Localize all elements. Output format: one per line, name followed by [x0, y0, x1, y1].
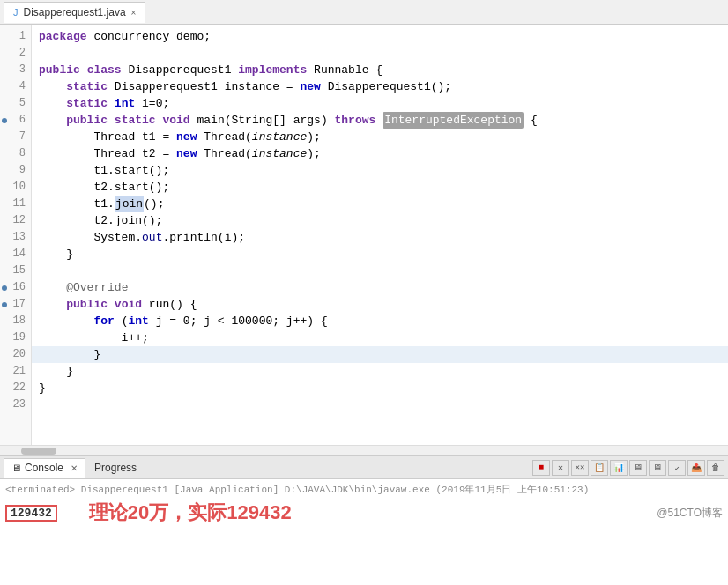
line-num-1: 1: [0, 28, 31, 45]
code-line-10: t2.start();: [32, 179, 728, 196]
code-line-7: Thread t1 = new Thread(instance);: [32, 129, 728, 145]
line-num-15: 15: [0, 263, 31, 279]
scroll-lock-button[interactable]: ↙: [668, 460, 686, 476]
line-num-4: 4: [0, 78, 31, 95]
code-line-20: }: [32, 346, 728, 363]
code-line-12: t2.join();: [32, 212, 728, 229]
output-row: 129432 理论20万，实际129432 @51CTO博客: [5, 500, 723, 526]
console-output-value: 129432: [5, 505, 57, 522]
code-line-17: public void run() {: [32, 296, 728, 313]
line-num-23: 23: [0, 396, 31, 413]
line-num-12: 12: [0, 212, 31, 229]
code-lines: package concurrency_demo; public class D…: [32, 25, 728, 445]
progress-tab-label: Progress: [94, 462, 137, 474]
copy-button[interactable]: 📋: [591, 460, 608, 476]
bottom-tabs: 🖥 Console ✕ Progress ■ ✕ ✕✕ 📋 📊 🖥 🖥 ↙ 📤 …: [0, 456, 728, 479]
editor-scrollbar[interactable]: [0, 445, 728, 455]
console-tab-label: Console: [25, 462, 63, 474]
java-file-icon: J: [13, 7, 19, 18]
line-num-6: 6: [0, 112, 31, 129]
code-line-5: static int i=0;: [32, 95, 728, 112]
line-num-19: 19: [0, 330, 31, 346]
line-num-10: 10: [0, 179, 31, 196]
console-tab-close[interactable]: ✕: [71, 463, 78, 473]
line-num-22: 22: [0, 380, 31, 396]
breakpoint-16: [2, 285, 7, 291]
properties-button[interactable]: 📊: [610, 460, 628, 476]
code-line-3: public class Disapperequest1 implements …: [32, 62, 728, 78]
view-button-2[interactable]: 🖥: [649, 460, 666, 476]
line-num-11: 11: [0, 196, 31, 212]
line-num-14: 14: [0, 246, 31, 263]
line-num-8: 8: [0, 145, 31, 162]
tab-filename: Disapperequest1.java: [24, 6, 126, 19]
stop-button[interactable]: ■: [532, 460, 550, 476]
code-line-23: [32, 396, 728, 413]
terminate-button[interactable]: ✕: [552, 460, 569, 476]
blog-watermark: @51CTO博客: [657, 506, 723, 521]
code-line-21: }: [32, 363, 728, 380]
scrollbar-thumb[interactable]: [21, 448, 56, 455]
line-num-13: 13: [0, 229, 31, 246]
line-num-17: 17: [0, 296, 31, 313]
theory-annotation: 理论20万，实际129432: [89, 500, 292, 526]
progress-tab[interactable]: Progress: [87, 458, 144, 478]
console-content: <terminated> Disapperequest1 [Java Appli…: [0, 479, 728, 585]
tab-close-button[interactable]: ×: [131, 8, 137, 18]
console-tab-icon: 🖥: [11, 463, 21, 473]
file-tab[interactable]: J Disapperequest1.java ×: [4, 2, 145, 23]
line-num-16: 16: [0, 279, 31, 296]
view-button-1[interactable]: 🖥: [629, 460, 647, 476]
console-tab[interactable]: 🖥 Console ✕: [4, 458, 85, 478]
code-line-16: @Override: [32, 279, 728, 296]
code-line-15: [32, 263, 728, 279]
console-toolbar: ■ ✕ ✕✕ 📋 📊 🖥 🖥 ↙ 📤 🗑: [532, 460, 724, 476]
code-editor: 1 2 3 4 5 6 7 8 9 10 11 12 13 14 15 16 1…: [0, 25, 728, 456]
breakpoint-6: [2, 118, 7, 123]
breakpoint-17: [2, 302, 7, 307]
code-line-1: package concurrency_demo;: [32, 28, 728, 45]
code-line-14: }: [32, 246, 728, 263]
code-line-4: static Disapperequest1 instance = new Di…: [32, 78, 728, 95]
remove-button[interactable]: ✕✕: [571, 460, 589, 476]
clear-button[interactable]: 🗑: [707, 460, 724, 476]
bottom-panel: 🖥 Console ✕ Progress ■ ✕ ✕✕ 📋 📊 🖥 🖥 ↙ 📤 …: [0, 456, 728, 585]
code-line-2: [32, 45, 728, 62]
code-line-6: public static void main(String[] args) t…: [32, 112, 728, 129]
line-num-5: 5: [0, 95, 31, 112]
line-num-18: 18: [0, 313, 31, 330]
code-line-8: Thread t2 = new Thread(instance);: [32, 145, 728, 162]
code-line-11: t1.join();: [32, 196, 728, 212]
line-num-2: 2: [0, 45, 31, 62]
line-num-3: 3: [0, 62, 31, 78]
terminated-line: <terminated> Disapperequest1 [Java Appli…: [5, 483, 723, 496]
code-line-22: }: [32, 380, 728, 396]
line-numbers: 1 2 3 4 5 6 7 8 9 10 11 12 13 14 15 16 1…: [0, 25, 32, 445]
line-num-20: 20: [0, 346, 31, 363]
code-line-19: i++;: [32, 330, 728, 346]
line-num-9: 9: [0, 162, 31, 179]
code-line-18: for (int j = 0; j < 100000; j++) {: [32, 313, 728, 330]
tab-bar: J Disapperequest1.java ×: [0, 0, 728, 25]
code-line-13: System.out.println(i);: [32, 229, 728, 246]
line-num-7: 7: [0, 129, 31, 145]
code-line-9: t1.start();: [32, 162, 728, 179]
line-num-21: 21: [0, 363, 31, 380]
code-container: 1 2 3 4 5 6 7 8 9 10 11 12 13 14 15 16 1…: [0, 25, 728, 445]
export-button[interactable]: 📤: [687, 460, 705, 476]
